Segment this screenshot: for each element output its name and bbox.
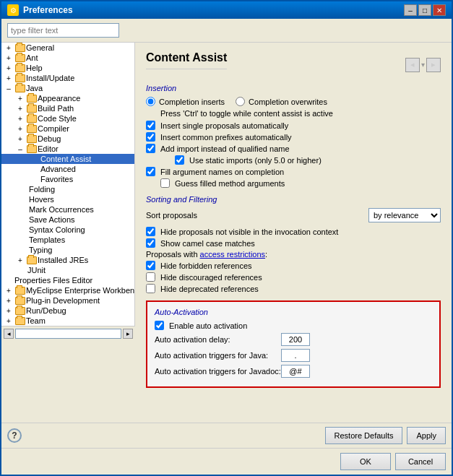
- tree-item-props-editor[interactable]: Properties Files Editor: [1, 275, 134, 285]
- folder-icon: [26, 115, 38, 123]
- add-import-checkbox[interactable]: [146, 144, 155, 153]
- tree-item-team[interactable]: + Team: [1, 316, 134, 326]
- insert-common-checkbox[interactable]: [146, 132, 155, 142]
- insert-single-row: Insert single proposals automatically: [146, 121, 441, 130]
- tree-item-editor[interactable]: – Editor: [1, 144, 134, 154]
- help-button[interactable]: ?: [7, 428, 22, 443]
- tree-item-debug[interactable]: + Debug: [1, 134, 134, 144]
- h-scrollbar[interactable]: [15, 329, 121, 339]
- completion-inserts-label[interactable]: Completion inserts: [146, 97, 225, 106]
- tree-item-installed-jres[interactable]: + Installed JREs: [1, 255, 134, 265]
- hide-deprecated-label[interactable]: Hide deprecated references: [146, 284, 259, 293]
- apply-button[interactable]: Apply: [407, 427, 446, 444]
- enable-auto-label[interactable]: Enable auto activation: [155, 321, 247, 330]
- tree-scrollbar: ◂ ▸: [1, 326, 135, 341]
- close-button[interactable]: ✕: [433, 4, 446, 16]
- tree-label: Properties Files Editor: [14, 276, 92, 285]
- tree-item-appearance[interactable]: + Appearance: [1, 93, 134, 103]
- minimize-button[interactable]: –: [404, 4, 417, 16]
- add-import-label[interactable]: Add import instead of qualified name: [146, 144, 290, 153]
- hide-forbidden-label[interactable]: Hide forbidden references: [146, 261, 252, 270]
- tree-item-myeclipse[interactable]: + MyEclipse Enterprise Workbenc: [1, 285, 134, 295]
- ok-button[interactable]: OK: [340, 453, 391, 470]
- tree-item-typing[interactable]: Typing: [1, 245, 134, 255]
- tree-item-plugin[interactable]: + Plug-in Development: [1, 295, 134, 306]
- tree-item-install-update[interactable]: + Install/Update: [1, 73, 134, 83]
- tree-item-hovers[interactable]: Hovers: [1, 194, 134, 204]
- insert-single-checkbox[interactable]: [146, 121, 155, 130]
- filter-input[interactable]: [7, 23, 119, 38]
- fill-argument-row: Fill argument names on completion: [146, 167, 441, 176]
- access-restrictions-link[interactable]: access restrictions: [200, 250, 265, 259]
- tree-item-mark-occurrences[interactable]: Mark Occurrences: [1, 204, 134, 215]
- guess-filled-label[interactable]: Guess filled method arguments: [160, 178, 285, 188]
- window-icon: ⚙: [7, 4, 19, 16]
- completion-overwrites-label[interactable]: Completion overwrites: [236, 97, 327, 106]
- tree-item-save-actions[interactable]: Save Actions: [1, 215, 134, 225]
- completion-overwrites-radio[interactable]: [236, 97, 245, 106]
- cancel-button[interactable]: Cancel: [395, 453, 446, 470]
- tree-item-code-style[interactable]: + Code Style: [1, 113, 134, 124]
- show-camel-label[interactable]: Show camel case matches: [146, 238, 255, 248]
- tree-item-build-path[interactable]: + Build Path: [1, 103, 134, 113]
- expand-icon: +: [14, 135, 26, 143]
- hide-not-visible-checkbox[interactable]: [146, 227, 155, 236]
- guess-filled-row: Guess filled method arguments: [160, 178, 441, 188]
- hide-discouraged-checkbox[interactable]: [146, 272, 155, 282]
- enable-auto-checkbox[interactable]: [155, 321, 164, 330]
- tree-item-java[interactable]: – Java: [1, 83, 134, 93]
- scroll-left-button[interactable]: ◂: [4, 329, 14, 339]
- insert-common-row: Insert common prefixes automatically: [146, 132, 441, 142]
- proposals-access-colon: :: [265, 250, 267, 259]
- guess-filled-checkbox[interactable]: [160, 178, 170, 188]
- maximize-button[interactable]: □: [418, 4, 431, 16]
- tree-item-syntax-coloring[interactable]: Syntax Coloring: [1, 225, 134, 235]
- right-panel: Content Assist ◂ ▾ ▸ Insertion Completio…: [135, 43, 452, 423]
- hide-not-visible-label[interactable]: Hide proposals not visible in the invoca…: [146, 227, 338, 236]
- tree-item-content-assist[interactable]: Content Assist: [1, 154, 134, 164]
- auto-javadoc-input[interactable]: [281, 365, 310, 378]
- add-import-text: Add import instead of qualified name: [160, 144, 290, 153]
- tree-item-favorites[interactable]: Favorites: [1, 174, 134, 184]
- hide-discouraged-label[interactable]: Hide discouraged references: [146, 272, 262, 282]
- tree-item-junit[interactable]: JUnit: [1, 265, 134, 275]
- tree-item-general[interactable]: + General: [1, 43, 134, 53]
- auto-java-input[interactable]: [281, 349, 310, 362]
- restore-defaults-button[interactable]: Restore Defaults: [325, 427, 403, 444]
- folder-icon: [14, 74, 26, 82]
- hide-forbidden-checkbox[interactable]: [146, 261, 155, 270]
- sort-select[interactable]: by relevance alphabetically: [368, 208, 441, 222]
- completion-inserts-radio[interactable]: [146, 97, 155, 106]
- tree-item-advanced[interactable]: Advanced: [1, 164, 134, 174]
- use-static-checkbox[interactable]: [175, 155, 184, 165]
- insert-common-label[interactable]: Insert common prefixes automatically: [146, 132, 292, 142]
- expand-icon: +: [3, 287, 14, 295]
- forward-button[interactable]: ▸: [426, 58, 441, 72]
- expand-icon: +: [3, 44, 14, 52]
- use-static-label[interactable]: Use static imports (only 5.0 or higher): [175, 155, 322, 165]
- hide-deprecated-checkbox[interactable]: [146, 284, 155, 293]
- tree-item-ant[interactable]: + Ant: [1, 53, 134, 63]
- tree-item-help[interactable]: + Help: [1, 63, 134, 73]
- insert-single-label[interactable]: Insert single proposals automatically: [146, 121, 288, 130]
- auto-delay-input[interactable]: [281, 333, 310, 346]
- title-buttons: – □ ✕: [404, 4, 446, 16]
- window-title: Preferences: [23, 5, 73, 15]
- auto-activation-box: Auto-Activation Enable auto activation A…: [146, 300, 441, 388]
- tree-item-folding[interactable]: Folding: [1, 184, 134, 194]
- tree-item-run-debug[interactable]: + Run/Debug: [1, 306, 134, 316]
- scroll-right-button[interactable]: ▸: [123, 329, 133, 339]
- hide-forbidden-row: Hide forbidden references: [146, 261, 441, 270]
- tree-item-compiler[interactable]: + Compiler: [1, 124, 134, 134]
- back-button[interactable]: ◂: [405, 58, 420, 72]
- folder-icon: [14, 297, 26, 305]
- tree-item-templates[interactable]: Templates: [1, 235, 134, 245]
- enable-auto-text: Enable auto activation: [169, 321, 247, 330]
- folder-icon: [14, 317, 26, 325]
- expand-icon: +: [14, 105, 26, 113]
- fill-argument-label[interactable]: Fill argument names on completion: [146, 167, 284, 176]
- tree-label: Plug-in Development: [26, 296, 100, 305]
- fill-argument-checkbox[interactable]: [146, 167, 155, 176]
- show-camel-checkbox[interactable]: [146, 238, 155, 248]
- tree-label: Team: [26, 316, 46, 325]
